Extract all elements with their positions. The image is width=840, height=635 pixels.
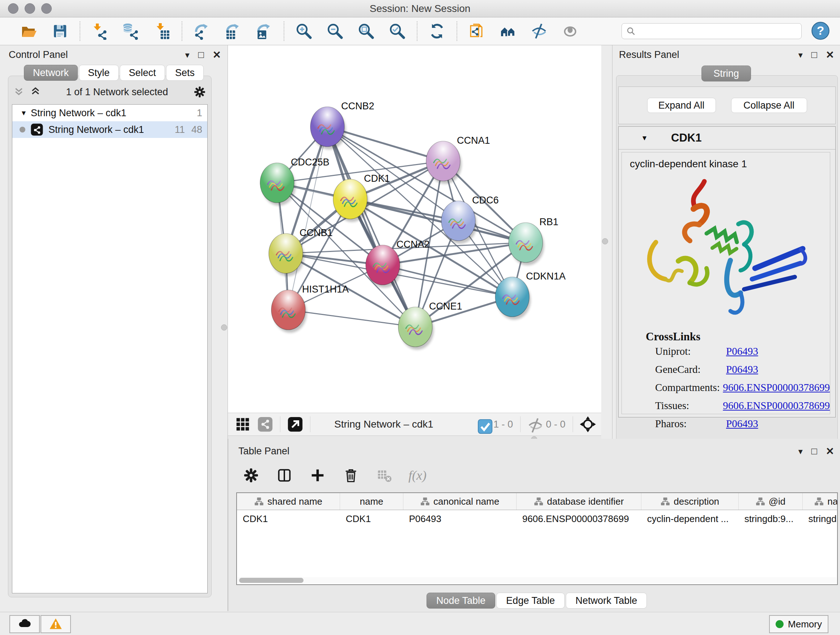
table-cell[interactable]: stringdb:9... [739, 510, 803, 528]
help-button[interactable]: ? [810, 21, 831, 41]
zoom-in-button[interactable] [294, 22, 313, 41]
graphics-details-icon[interactable] [257, 416, 273, 432]
node-CDC6[interactable]: CDC6 [441, 195, 499, 244]
table-cell[interactable]: cyclin-dependent ... [641, 510, 739, 528]
entry-expander-icon[interactable]: ▾ [643, 133, 646, 143]
panel-close-icon[interactable]: ✕ [213, 49, 221, 61]
save-session-button[interactable] [51, 22, 69, 41]
export-table-button[interactable] [224, 22, 242, 41]
scrollbar-thumb[interactable] [239, 578, 303, 583]
open-in-new-window-icon[interactable] [287, 416, 303, 432]
collapse-all-button[interactable]: Collapse All [731, 98, 807, 113]
tab-string[interactable]: String [701, 65, 751, 81]
table-cell[interactable]: P06493 [403, 510, 516, 528]
import-network-from-database-icon [122, 22, 140, 40]
node-RB1[interactable]: RB1 [508, 217, 559, 265]
cloud-status-button[interactable] [9, 615, 40, 633]
hide-selected-button[interactable] [530, 22, 548, 41]
tab-edge-table[interactable]: Edge Table [496, 593, 565, 608]
table-cell[interactable]: 9606.ENSP00000378699 [516, 510, 641, 528]
collapse-all-networks-icon[interactable] [30, 86, 41, 98]
collection-count: 1 [197, 108, 202, 119]
panel-close-icon[interactable]: ✕ [826, 49, 834, 61]
import-table-from-file-button[interactable] [153, 22, 172, 41]
right-splitter-handle[interactable] [602, 238, 608, 244]
tab-style[interactable]: Style [79, 65, 118, 81]
node-CCNB2[interactable]: CCNB2 [310, 101, 374, 149]
open-session-button[interactable] [19, 22, 38, 41]
new-network-from-selection-button[interactable] [467, 22, 486, 41]
show-all-button[interactable] [561, 22, 579, 41]
tab-network-table[interactable]: Network Table [566, 593, 647, 608]
gene-entry-header[interactable]: ▾ CDK1 [619, 127, 835, 149]
column-header-@id[interactable]: @id [739, 493, 803, 510]
add-column-button[interactable] [309, 466, 327, 485]
column-header-namespace[interactable]: namespace [802, 493, 838, 510]
panel-collapse-icon[interactable]: ▾ [185, 50, 189, 60]
crosslink-link[interactable]: P06493 [726, 418, 758, 430]
refresh-network-view-button[interactable] [428, 22, 447, 41]
tab-sets[interactable]: Sets [166, 65, 204, 81]
left-splitter-handle[interactable] [221, 325, 227, 331]
birds-eye-view-icon[interactable] [234, 416, 251, 432]
table-settings-gear-button[interactable] [242, 466, 261, 485]
search-input[interactable] [638, 25, 797, 37]
tab-select[interactable]: Select [120, 65, 165, 81]
tab-node-table[interactable]: Node Table [426, 593, 495, 608]
hidden-elements-eye-icon [527, 417, 542, 432]
node-label-CDC6: CDC6 [472, 195, 499, 206]
export-network-button[interactable] [193, 22, 211, 41]
column-header-shared-name[interactable]: shared name [237, 493, 340, 510]
crosslink-link[interactable]: 9606.ENSP00000378699 [723, 400, 830, 412]
tab-network[interactable]: Network [24, 65, 78, 81]
panel-float-icon[interactable]: □ [812, 446, 817, 457]
table-cell[interactable]: CDK1 [340, 510, 403, 528]
import-network-from-database-button[interactable] [122, 22, 141, 41]
warning-status-button[interactable] [41, 615, 71, 633]
edge-CCNB2-HIST1H1A[interactable] [288, 127, 327, 310]
selected-checkbox-icon[interactable] [477, 418, 489, 431]
column-header-canonical-name[interactable]: canonical name [403, 493, 516, 510]
table-cell[interactable]: stringdb [802, 510, 838, 528]
column-header-name[interactable]: name [340, 493, 403, 510]
zoom-out-button[interactable] [325, 22, 344, 41]
zoom-selected-region-button[interactable] [388, 22, 407, 41]
expand-all-button[interactable]: Expand All [647, 98, 716, 113]
edge-CCNB2-CCNE1[interactable] [327, 127, 415, 327]
first-neighbors-button[interactable] [499, 22, 517, 41]
search-box[interactable] [622, 23, 802, 39]
crosslink-link[interactable]: 9606.ENSP00000378699 [723, 382, 830, 394]
tree-expander-icon[interactable]: ▾ [22, 108, 26, 118]
network-tree-item[interactable]: String Network – cdk1 11 48 [12, 121, 207, 138]
expand-all-networks-icon[interactable] [13, 86, 24, 98]
network-tree-root[interactable]: ▾ String Network – cdk1 1 [12, 105, 207, 121]
network-options-gear-icon[interactable] [193, 86, 206, 98]
panel-collapse-icon[interactable]: ▾ [798, 50, 803, 60]
fit-selected-crosshair-icon[interactable] [579, 416, 596, 432]
table-cell[interactable]: CDK1 [237, 510, 340, 528]
panel-float-icon[interactable]: □ [812, 49, 817, 60]
results-panel-title: Results Panel [619, 49, 679, 60]
node-HIST1H1A[interactable]: HIST1H1A [271, 284, 349, 333]
delete-column-button[interactable] [342, 466, 361, 485]
panel-close-icon[interactable]: ✕ [826, 445, 834, 457]
network-canvas[interactable]: CCNB2CCNA1CDC25BCDK1CDC6RB1CCNB1CCNA2CDK… [228, 45, 601, 413]
table-row[interactable]: CDK1CDK1P064939606.ENSP00000378699cyclin… [237, 510, 838, 528]
column-header-database-identifier[interactable]: database identifier [516, 493, 641, 510]
manage-columns-button[interactable] [275, 466, 294, 485]
panel-float-icon[interactable]: □ [198, 49, 204, 60]
crosslink-link[interactable]: P06493 [726, 345, 758, 357]
panel-collapse-icon[interactable]: ▾ [798, 447, 803, 456]
edge-HIST1H1A-CCNE1[interactable] [288, 310, 415, 327]
zoom-fit-content-button[interactable] [357, 22, 376, 41]
import-network-from-file-button[interactable] [90, 22, 109, 41]
column-header-description[interactable]: description [641, 493, 739, 510]
clear-table-button[interactable] [375, 466, 394, 485]
node-CDC25B[interactable]: CDC25B [260, 157, 330, 206]
node-CCNE1[interactable]: CCNE1 [398, 301, 462, 350]
export-image-button[interactable] [255, 22, 273, 41]
crosslink-link[interactable]: P06493 [726, 363, 758, 375]
memory-button[interactable]: Memory [769, 615, 829, 633]
node-CDKN1A[interactable]: CDKN1A [495, 271, 566, 320]
function-builder-button[interactable]: f(x) [409, 468, 426, 483]
